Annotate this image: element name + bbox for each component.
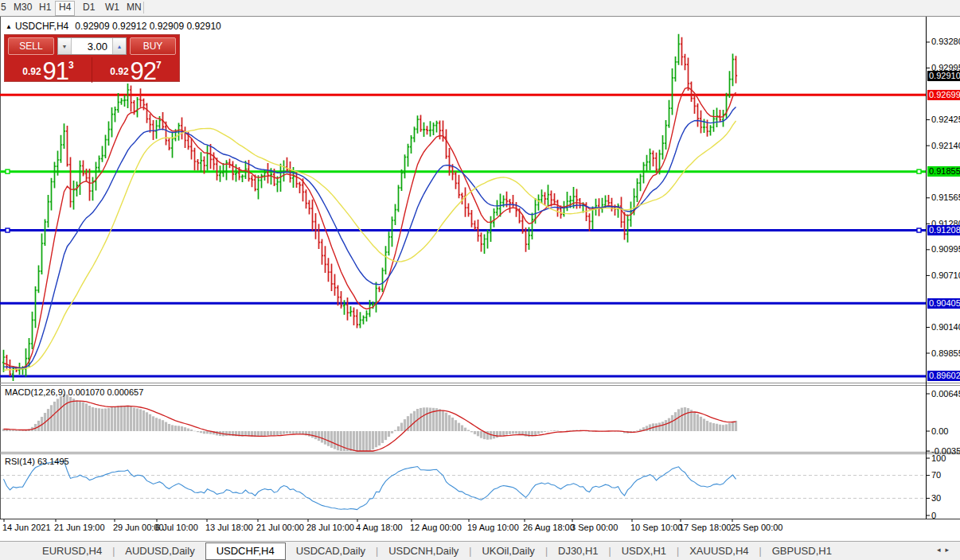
macd-tick-label: 0.006451	[931, 389, 960, 399]
time-axis-label: 26 Aug 18:00	[523, 523, 575, 532]
time-axis-label: 14 Jun 2021	[2, 523, 51, 532]
buy-button[interactable]: BUY	[130, 37, 176, 55]
triangle-up-icon: ▲	[117, 44, 123, 49]
time-axis-label: 12 Aug 00:00	[410, 523, 462, 532]
one-click-trading-panel: SELL ▼ 3.00 ▲ BUY 0.92913 0.92927	[4, 34, 180, 82]
chart-title: ▲USDCHF,H40.92909 0.92912 0.92909 0.9291…	[6, 21, 221, 32]
rsi-indicator-label: RSI(14) 63.1495	[5, 457, 69, 466]
chart-symbol-period: USDCHF,H4	[15, 21, 68, 32]
rsi-tick-label: 0	[931, 511, 936, 520]
time-axis-label: 10 Sep 10:00	[630, 523, 682, 532]
time-axis-label: 3 Sep 00:00	[571, 523, 618, 532]
time-axis-label: 19 Aug 10:00	[467, 523, 519, 532]
tab-gbpusd-h1[interactable]: GBPUSD,H1	[762, 542, 842, 560]
volume-input[interactable]: 3.00	[72, 38, 112, 54]
current-price-label: 0.92910	[927, 71, 960, 81]
tab-scroll-arrows[interactable]: ◂▸	[937, 546, 954, 554]
chart-tab-bar: EURUSD,H4|AUDUSD,DailyUSDCHF,H4USDCAD,Da…	[0, 541, 960, 560]
collapse-chart-icon[interactable]: ▲	[6, 23, 12, 30]
price-tick-label: 0.91565	[931, 192, 960, 202]
time-axis-label: 17 Sep 18:00	[679, 523, 731, 532]
time-axis-label: 13 Jul 18:00	[205, 523, 253, 532]
sell-price-prefix: 0.92	[22, 66, 41, 77]
buy-price-pips: 92	[131, 57, 156, 85]
time-axis-label: 21 Jul 00:00	[256, 523, 304, 532]
triangle-down-icon: ▼	[62, 44, 68, 49]
tab-usdcad-daily[interactable]: USDCAD,Daily	[286, 542, 376, 560]
tab-ukoil-daily[interactable]: UKOil,Daily	[471, 542, 544, 560]
time-axis-label: 6 Jul 10:00	[155, 523, 198, 532]
price-tick-label: 0.90995	[931, 244, 960, 254]
chart-ohlc-values: 0.92909 0.92912 0.92909 0.92910	[75, 21, 221, 32]
macd-tick-label: 0.00	[931, 426, 948, 436]
tab-usdcnh-daily[interactable]: USDCNH,Daily	[378, 542, 469, 560]
tab-audusd-daily[interactable]: AUDUSD,Daily	[115, 542, 205, 560]
price-tick-label: 0.89855	[931, 348, 960, 358]
rsi-tick-label: 30	[931, 493, 941, 503]
buy-price-point: 7	[156, 60, 162, 71]
volume-increase-button[interactable]: ▲	[112, 38, 126, 54]
rsi-tick-label: 70	[931, 470, 941, 480]
price-tick-label: 0.90140	[931, 322, 960, 332]
rsi-tick-label: 100	[931, 453, 946, 463]
hline-price-label[interactable]: 0.89602	[927, 371, 960, 381]
sell-price-pips: 91	[43, 57, 68, 85]
volume-decrease-button[interactable]: ▼	[58, 38, 72, 54]
time-axis-label: 4 Aug 18:00	[356, 523, 403, 532]
sell-price-point: 3	[68, 60, 74, 71]
price-tick-label: 0.92140	[931, 141, 960, 150]
tab-usdx-h1[interactable]: USDX,H1	[611, 542, 677, 560]
tab-xauusd-h4[interactable]: XAUUSD,H4	[679, 542, 759, 560]
hline-price-label[interactable]: 0.92699	[927, 90, 960, 100]
price-tick-label: 0.92425	[931, 115, 960, 124]
buy-price-display[interactable]: 0.92927	[92, 57, 179, 83]
buy-price-prefix: 0.92	[110, 66, 128, 77]
hline-price-label[interactable]: 0.91208	[927, 225, 960, 235]
mt4-window: 5M30H1H4D1W1MN ▲USDCHF,H40.92909 0.92912…	[0, 0, 960, 560]
tab-usdchf-h4[interactable]: USDCHF,H4	[205, 542, 286, 560]
volume-spinner[interactable]: ▼ 3.00 ▲	[57, 37, 127, 55]
price-tick-label: 0.93280	[931, 37, 960, 46]
tab-eurusd-h4[interactable]: EURUSD,H4	[32, 542, 112, 560]
macd-indicator-label: MACD(12,26,9) 0.001070 0.000657	[5, 387, 143, 397]
time-axis-label: 28 Jul 10:00	[306, 523, 354, 532]
tab-dj30-h1[interactable]: DJ30,H1	[548, 542, 609, 560]
sell-price-display[interactable]: 0.92913	[5, 57, 92, 83]
hline-price-label[interactable]: 0.90405	[927, 298, 960, 309]
time-axis-label: 21 Jun 19:00	[54, 523, 105, 532]
hline-price-label[interactable]: 0.91855	[927, 166, 960, 177]
price-tick-label: 0.90710	[931, 270, 960, 280]
sell-button[interactable]: SELL	[8, 37, 54, 55]
time-axis-label: 25 Sep 00:00	[731, 523, 782, 532]
